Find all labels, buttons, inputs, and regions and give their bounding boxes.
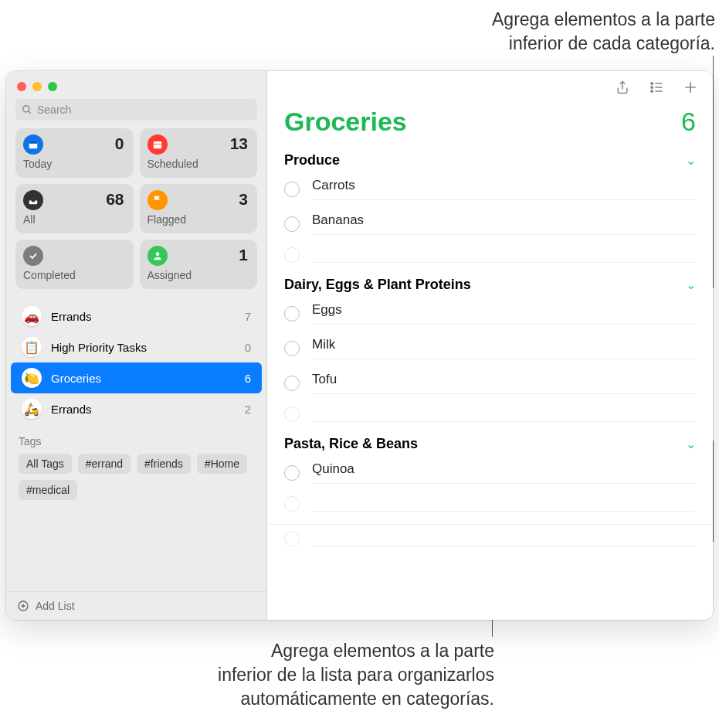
list-name: High Priority Tasks: [51, 341, 236, 354]
maximize-button[interactable]: [48, 82, 57, 91]
smart-scheduled[interactable]: 13 Scheduled: [140, 128, 258, 178]
section-header-dairy[interactable]: Dairy, Eggs & Plant Proteins ⌄: [267, 269, 713, 296]
smart-completed[interactable]: Completed: [15, 240, 134, 289]
app-window: Search 0 Today 13 S: [6, 71, 713, 620]
svg-point-12: [651, 90, 653, 93]
complete-toggle[interactable]: [284, 376, 300, 391]
reminder-item[interactable]: Milk: [267, 331, 713, 366]
list-total-count: 6: [681, 107, 696, 137]
chevron-down-icon[interactable]: ⌄: [686, 437, 696, 451]
list-row-errands[interactable]: 🚗 Errands 7: [11, 301, 262, 332]
ghost-bullet-icon: [284, 247, 300, 263]
plus-icon: [683, 80, 698, 95]
ghost-bullet-icon: [284, 407, 300, 422]
reminder-item[interactable]: Tofu: [267, 366, 713, 400]
new-item-input[interactable]: [312, 407, 696, 422]
smart-all-count: 68: [106, 190, 124, 209]
reminder-title[interactable]: Carrots: [312, 178, 696, 200]
smart-today[interactable]: 0 Today: [15, 128, 134, 178]
smart-all[interactable]: 68 All: [15, 184, 134, 233]
sidebar: Search 0 Today 13 S: [6, 71, 267, 620]
smart-lists-grid: 0 Today 13 Scheduled 68: [6, 128, 266, 297]
add-list-label: Add List: [36, 600, 75, 612]
svg-line-1: [29, 111, 31, 114]
smart-all-label: All: [23, 213, 124, 226]
add-item-placeholder[interactable]: [267, 400, 713, 428]
new-item-input[interactable]: [312, 496, 696, 512]
add-list-button[interactable]: Add List: [6, 591, 266, 620]
lists-section: 🚗 Errands 7 📋 High Priority Tasks 0 🍋 Gr…: [6, 298, 266, 424]
complete-toggle[interactable]: [284, 216, 300, 232]
tag-chip[interactable]: #friends: [137, 454, 191, 474]
chevron-down-icon[interactable]: ⌄: [686, 153, 696, 168]
tag-chip[interactable]: All Tags: [19, 454, 72, 474]
section-header-produce[interactable]: Produce ⌄: [267, 145, 713, 172]
svg-rect-3: [29, 141, 38, 144]
smart-flagged-label: Flagged: [148, 213, 249, 226]
new-item-input[interactable]: [312, 531, 696, 546]
reminder-title[interactable]: Quinoa: [312, 461, 696, 484]
ghost-bullet-icon: [284, 496, 300, 512]
smart-completed-label: Completed: [23, 269, 124, 281]
section-header-pasta[interactable]: Pasta, Rice & Beans ⌄: [267, 428, 713, 455]
svg-point-11: [651, 87, 653, 89]
complete-toggle[interactable]: [284, 341, 300, 356]
reminder-title[interactable]: Tofu: [312, 372, 696, 394]
minimize-button[interactable]: [32, 82, 42, 91]
reminder-title[interactable]: Milk: [312, 337, 696, 359]
list-emoji-icon: 🚗: [22, 306, 42, 326]
search-input[interactable]: Search: [15, 99, 257, 121]
list-name: Groceries: [51, 372, 236, 385]
reminder-title[interactable]: Bananas: [312, 213, 696, 235]
list-row-errands-2[interactable]: 🛵 Errands 2: [11, 393, 262, 424]
reminder-item[interactable]: Carrots: [267, 172, 713, 206]
list-count: 2: [245, 403, 251, 416]
smart-scheduled-label: Scheduled: [148, 158, 249, 170]
toolbar: [267, 71, 713, 104]
list-emoji-icon: 🛵: [22, 399, 42, 419]
smart-assigned-label: Assigned: [148, 269, 249, 281]
tag-chip[interactable]: #medical: [19, 480, 77, 500]
smart-scheduled-count: 13: [230, 134, 248, 153]
add-item-bottom-placeholder[interactable]: [267, 524, 713, 553]
smart-flagged[interactable]: 3 Flagged: [140, 184, 258, 233]
smart-today-count: 0: [115, 134, 124, 153]
list-count: 0: [245, 341, 251, 354]
tag-chip[interactable]: #errand: [78, 454, 131, 474]
close-button[interactable]: [17, 82, 26, 91]
reminder-item[interactable]: Bananas: [267, 206, 713, 241]
smart-assigned[interactable]: 1 Assigned: [140, 240, 258, 289]
checkmark-icon: [23, 246, 43, 266]
svg-point-6: [155, 252, 159, 256]
add-item-placeholder[interactable]: [267, 241, 713, 269]
complete-toggle[interactable]: [284, 182, 300, 197]
view-options-button[interactable]: [648, 79, 665, 96]
callout-text-top: Agrega elementos a la parteinferior de c…: [383, 8, 715, 56]
person-icon: [148, 246, 168, 266]
search-icon: [22, 104, 32, 115]
share-button[interactable]: [614, 79, 631, 96]
smart-flagged-count: 3: [239, 190, 248, 209]
smart-assigned-count: 1: [239, 246, 248, 264]
reminder-item[interactable]: Eggs: [267, 296, 713, 331]
add-item-placeholder[interactable]: [267, 490, 713, 518]
reminder-item[interactable]: Quinoa: [267, 455, 713, 490]
complete-toggle[interactable]: [284, 306, 300, 321]
list-row-high-priority[interactable]: 📋 High Priority Tasks 0: [11, 332, 262, 362]
calendar-icon: [148, 134, 168, 155]
plus-circle-icon: [17, 600, 29, 612]
chevron-down-icon[interactable]: ⌄: [686, 277, 696, 292]
calendar-icon: [23, 134, 43, 155]
complete-toggle[interactable]: [284, 465, 300, 481]
new-item-input[interactable]: [312, 247, 696, 263]
search-placeholder: Search: [37, 104, 71, 116]
tag-chip[interactable]: #Home: [197, 454, 247, 474]
window-controls: [6, 71, 266, 91]
reminder-title[interactable]: Eggs: [312, 302, 696, 325]
svg-rect-4: [153, 141, 161, 148]
smart-today-label: Today: [23, 158, 124, 170]
add-item-button[interactable]: [682, 79, 699, 96]
list-emoji-icon: 📋: [22, 337, 42, 357]
list-row-groceries[interactable]: 🍋 Groceries 6: [11, 362, 262, 393]
svg-point-0: [23, 106, 29, 112]
